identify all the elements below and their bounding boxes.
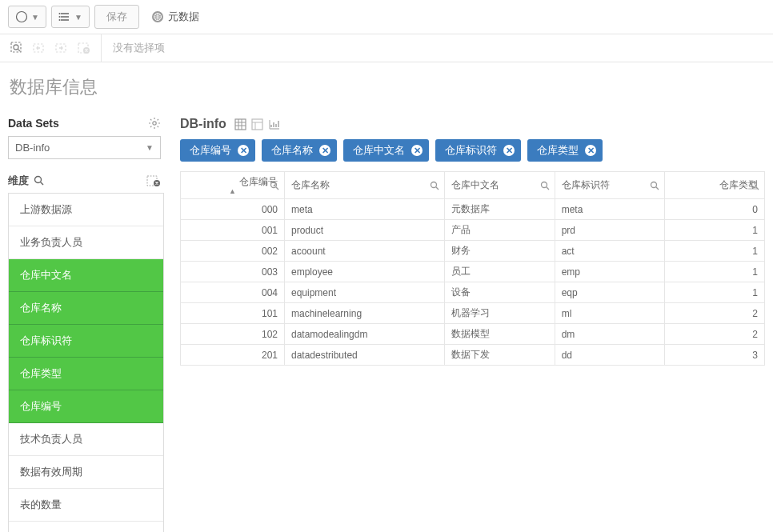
- table-cell: 000: [181, 199, 285, 220]
- dataset-select[interactable]: DB-info ▼: [8, 136, 161, 159]
- step-back-icon: [32, 41, 46, 55]
- column-label: 仓库名称: [291, 179, 330, 190]
- table-cell: dm: [555, 324, 664, 345]
- table-cell: employee: [285, 262, 445, 282]
- table-cell: 机器学习: [445, 303, 555, 324]
- table-cell: 004: [181, 282, 285, 303]
- list-dropdown[interactable]: ▼: [51, 6, 90, 28]
- table-cell: 元数据库: [445, 199, 555, 220]
- table-cell: 1: [665, 282, 765, 303]
- svg-point-1: [58, 13, 60, 14]
- table-cell: 1: [665, 241, 765, 262]
- dimension-item[interactable]: 仓库编号: [9, 390, 163, 423]
- dimension-list: 上游数据源业务负责人员仓库中文名仓库名称仓库标识符仓库类型仓库编号技术负责人员数…: [8, 193, 164, 532]
- column-header[interactable]: 仓库编号▲: [181, 172, 285, 199]
- table-cell: meta: [285, 199, 445, 220]
- dataset-select-value: DB-info: [15, 142, 50, 154]
- dimension-item[interactable]: 表的数量: [9, 489, 163, 522]
- table-row[interactable]: 003employee员工emp1: [181, 262, 765, 282]
- smart-search-icon[interactable]: [10, 41, 24, 55]
- close-icon[interactable]: ✕: [503, 145, 515, 156]
- chart-view-icon[interactable]: [268, 118, 280, 130]
- filter-pill[interactable]: 仓库类型✕: [527, 139, 603, 162]
- filter-pill[interactable]: 仓库标识符✕: [435, 139, 521, 162]
- table-row[interactable]: 000meta元数据库meta0: [181, 199, 765, 220]
- chevron-down-icon: ▼: [31, 13, 39, 22]
- dimension-item[interactable]: 仓库中文名: [9, 259, 163, 292]
- table-cell: 产品: [445, 220, 555, 241]
- table-cell: 1: [665, 262, 765, 282]
- gear-icon[interactable]: [148, 117, 161, 130]
- close-icon[interactable]: ✕: [585, 145, 596, 156]
- pivot-view-icon[interactable]: [251, 118, 263, 130]
- compass-icon: [15, 10, 28, 23]
- column-header[interactable]: 仓库类型: [665, 172, 765, 199]
- table-view-icon[interactable]: [234, 118, 246, 130]
- column-label: 仓库中文名: [451, 179, 499, 190]
- column-label: 仓库标识符: [562, 179, 610, 190]
- table-cell: emp: [555, 262, 664, 282]
- explore-dropdown[interactable]: ▼: [8, 6, 46, 28]
- column-header[interactable]: 仓库名称: [285, 172, 445, 199]
- search-icon[interactable]: [430, 181, 439, 190]
- search-icon[interactable]: [750, 181, 759, 190]
- table-cell: equipment: [285, 282, 445, 303]
- table-row[interactable]: 001product产品prd1: [181, 220, 765, 241]
- svg-point-19: [541, 182, 547, 187]
- chevron-down-icon: ▼: [146, 143, 154, 152]
- dimension-item[interactable]: 业务负责人员: [9, 226, 163, 259]
- table-cell: datamodealingdm: [285, 324, 445, 345]
- table-cell: 002: [181, 241, 285, 262]
- table-row[interactable]: 101machinelearning机器学习ml2: [181, 303, 765, 324]
- table-cell: machinelearning: [285, 303, 445, 324]
- table-cell: acoount: [285, 241, 445, 262]
- chevron-down-icon: ▼: [74, 13, 82, 22]
- table-row[interactable]: 201datadestributed数据下发dd3: [181, 345, 765, 366]
- table-cell: ml: [555, 303, 664, 324]
- pill-label: 仓库名称: [271, 143, 313, 158]
- table-cell: 数据下发: [445, 345, 555, 366]
- table-row[interactable]: 004equipment设备eqp1: [181, 282, 765, 303]
- column-header[interactable]: 仓库标识符: [555, 172, 664, 199]
- search-icon[interactable]: [650, 181, 659, 190]
- filter-pill[interactable]: 仓库中文名✕: [343, 139, 429, 162]
- table-cell: 201: [181, 345, 285, 366]
- dimension-item[interactable]: 数据有效周期: [9, 456, 163, 489]
- table-row[interactable]: 002acoount财务act1: [181, 241, 765, 262]
- table-cell: 3: [665, 345, 765, 366]
- search-icon[interactable]: [34, 175, 44, 186]
- dataset-title: DB-info: [180, 117, 226, 131]
- metadata-label: 元数据: [152, 10, 199, 24]
- table-row[interactable]: 102datamodealingdm数据模型dm2: [181, 324, 765, 345]
- dimension-item[interactable]: 仓库类型: [9, 358, 163, 390]
- table-cell: meta: [555, 199, 664, 220]
- svg-rect-15: [235, 119, 246, 130]
- column-header[interactable]: 仓库中文名: [445, 172, 555, 199]
- clear-filter-icon[interactable]: [146, 175, 161, 186]
- no-selection-text: 没有选择项: [102, 34, 176, 62]
- table-cell: prd: [555, 220, 664, 241]
- list-icon: [58, 10, 71, 23]
- close-icon[interactable]: ✕: [319, 145, 330, 156]
- dimension-item[interactable]: 上游数据源: [9, 194, 163, 226]
- data-sets-label: Data Sets: [8, 117, 59, 130]
- svg-rect-16: [252, 119, 262, 130]
- filter-pill[interactable]: 仓库名称✕: [262, 139, 337, 162]
- svg-point-18: [431, 182, 437, 187]
- save-button[interactable]: 保存: [94, 5, 139, 29]
- step-forward-icon: [54, 41, 69, 55]
- table-cell: 2: [665, 324, 765, 345]
- filter-pill[interactable]: 仓库编号✕: [180, 139, 255, 162]
- close-icon[interactable]: ✕: [238, 145, 249, 156]
- dimension-item[interactable]: 仓库标识符: [9, 325, 163, 358]
- svg-point-17: [271, 182, 277, 187]
- pill-label: 仓库编号: [190, 143, 231, 158]
- dimension-item[interactable]: 技术负责人员: [9, 423, 163, 456]
- search-icon[interactable]: [270, 181, 279, 190]
- dimension-item[interactable]: 视图数量: [9, 522, 163, 532]
- search-icon[interactable]: [540, 181, 550, 190]
- dimension-item[interactable]: 仓库名称: [9, 292, 163, 325]
- close-icon[interactable]: ✕: [411, 145, 423, 156]
- dimensions-label: 维度: [8, 174, 44, 188]
- main-content: DB-info 仓库编号✕仓库名称✕仓库中文名✕仓库标识符✕仓库类型✕ 仓库编号…: [164, 114, 773, 532]
